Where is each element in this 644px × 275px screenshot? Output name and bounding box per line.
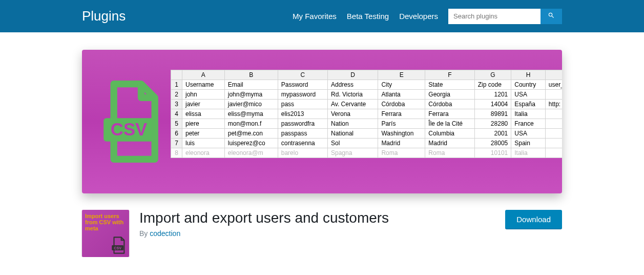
plugin-icon-label: Import users from CSV with meta xyxy=(85,213,126,231)
nav-beta-testing[interactable]: Beta Testing xyxy=(347,12,389,21)
search-input[interactable] xyxy=(448,9,541,24)
plugin-header: Import users from CSV with meta CSV Impo… xyxy=(82,210,562,257)
csv-file-icon: CSV xyxy=(96,81,165,163)
search-form xyxy=(448,9,562,24)
download-button[interactable]: Download xyxy=(505,210,562,229)
nav-developers[interactable]: Developers xyxy=(399,12,438,21)
plugin-author-link[interactable]: codection xyxy=(150,229,180,238)
csv-small-icon: CSV xyxy=(111,237,126,254)
plugin-byline: By codection xyxy=(139,229,495,238)
search-button[interactable] xyxy=(541,9,562,24)
search-icon xyxy=(548,12,555,21)
svg-text:CSV: CSV xyxy=(114,246,121,250)
header: Plugins My Favorites Beta Testing Develo… xyxy=(0,0,644,32)
page-title: Plugins xyxy=(82,8,126,24)
spreadsheet-preview: A B C D E F G H 1 Username Email Passwor… xyxy=(171,70,562,158)
nav-favorites[interactable]: My Favorites xyxy=(293,12,337,21)
plugin-icon: Import users from CSV with meta CSV xyxy=(82,210,129,257)
plugin-banner: CSV A B C D E F G H 1 Username Email Pas… xyxy=(82,50,562,193)
plugin-title: Import and export users and customers xyxy=(139,210,495,226)
svg-text:CSV: CSV xyxy=(111,120,147,139)
